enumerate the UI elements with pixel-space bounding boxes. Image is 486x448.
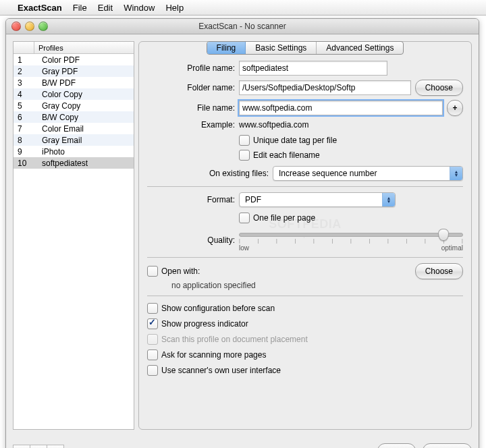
unique-date-label: Unique date tag per file: [253, 136, 337, 145]
one-file-label: One file per page: [253, 213, 315, 223]
profile-row[interactable]: 2Gray PDF: [14, 65, 134, 77]
profile-row-number: 10: [14, 159, 38, 168]
scan-on-placement-label: Scan this profile on document placement: [161, 335, 308, 344]
folder-name-input[interactable]: [239, 80, 411, 95]
open-with-checkbox[interactable]: [147, 266, 158, 277]
show-config-checkbox[interactable]: [147, 303, 158, 314]
profile-row[interactable]: 9iPhoto: [14, 146, 134, 157]
profile-row-name: iPhoto: [38, 147, 134, 157]
profile-row-name: Color Email: [38, 124, 134, 134]
scan-on-placement-checkbox: [147, 334, 158, 345]
profile-row-name: B/W Copy: [38, 113, 134, 122]
edit-filename-checkbox[interactable]: [239, 150, 250, 161]
show-progress-label: Show progress indicator: [161, 319, 248, 329]
add-profile-button[interactable]: +: [13, 445, 30, 448]
profiles-header[interactable]: Profiles: [14, 42, 134, 54]
profile-row-number: 1: [14, 55, 38, 65]
menu-file[interactable]: File: [73, 3, 87, 13]
profile-name-label: Profile name:: [147, 63, 235, 73]
on-existing-value: Increase sequence number: [279, 169, 377, 178]
menu-window[interactable]: Window: [124, 3, 155, 13]
open-with-value: no application specified: [147, 281, 463, 290]
profile-row-name: Color PDF: [38, 55, 134, 65]
choose-app-button[interactable]: Choose: [415, 263, 463, 279]
scan-button[interactable]: Scan: [377, 443, 416, 448]
format-popup[interactable]: PDF ▲▼: [239, 192, 396, 207]
file-name-input[interactable]: [239, 101, 443, 115]
profiles-header-label: Profiles: [34, 42, 134, 53]
profile-row-name: Gray Copy: [38, 101, 134, 111]
settings-tabbox: SOFTPEDIA www.softpedia.com Filing Basic…: [138, 41, 472, 430]
profile-row-name: softpediatest: [38, 159, 134, 168]
profile-row-number: 4: [14, 90, 38, 99]
profile-row[interactable]: 6B/W Copy: [14, 111, 134, 123]
profile-row-number: 2: [14, 67, 38, 76]
ask-more-pages-checkbox[interactable]: [147, 349, 158, 360]
file-name-label: File name:: [147, 103, 235, 113]
open-with-label: Open with:: [161, 267, 200, 276]
unique-date-checkbox[interactable]: [239, 135, 250, 146]
format-label: Format:: [147, 195, 235, 204]
chevron-updown-icon: ▲▼: [382, 193, 395, 206]
show-config-label: Show configuration before scan: [161, 304, 275, 313]
profile-row-number: 5: [14, 101, 38, 111]
zoom-icon[interactable]: [38, 22, 48, 31]
quality-optimal-label: optimal: [441, 244, 463, 252]
profile-row-number: 7: [14, 124, 38, 134]
close-icon[interactable]: [11, 22, 21, 31]
profile-row-number: 6: [14, 113, 38, 122]
app-window: ExactScan - No scanner Profiles 1Color P…: [5, 18, 479, 448]
app-menu[interactable]: ExactScan: [18, 3, 62, 13]
profile-row[interactable]: 3B/W PDF: [14, 77, 134, 88]
quality-low-label: low: [239, 244, 249, 252]
chevron-updown-icon: ▲▼: [450, 167, 462, 180]
profiles-list[interactable]: Profiles 1Color PDF2Gray PDF3B/W PDF4Col…: [13, 41, 134, 430]
minimize-icon[interactable]: [25, 22, 34, 31]
profile-row-number: 8: [14, 136, 38, 145]
show-progress-checkbox[interactable]: [147, 318, 158, 329]
choose-folder-button[interactable]: Choose: [415, 80, 463, 96]
use-scanner-ui-checkbox[interactable]: [147, 365, 158, 376]
menu-help[interactable]: Help: [165, 3, 184, 13]
remove-profile-button[interactable]: −: [30, 445, 47, 448]
menubar: ExactScan File Edit Window Help: [0, 0, 486, 16]
tab-filing[interactable]: Filing: [207, 42, 246, 54]
quality-label: Quality:: [147, 235, 235, 245]
profile-row[interactable]: 7Color Email: [14, 123, 134, 134]
preview-button[interactable]: Preview: [423, 443, 472, 448]
example-label: Example:: [147, 120, 235, 130]
profile-row-name: Gray Email: [38, 136, 134, 145]
one-file-checkbox[interactable]: [239, 213, 250, 223]
menu-edit[interactable]: Edit: [98, 3, 113, 13]
profile-row-name: Color Copy: [38, 90, 134, 99]
quality-slider[interactable]: [239, 233, 463, 237]
use-scanner-ui-label: Use scanner's own user interface: [161, 366, 281, 375]
profile-settings-button[interactable]: ▼: [47, 445, 64, 448]
tab-basic-settings[interactable]: Basic Settings: [246, 42, 317, 54]
profile-row[interactable]: 4Color Copy: [14, 88, 134, 100]
titlebar[interactable]: ExactScan - No scanner: [6, 19, 479, 34]
profile-row-name: B/W PDF: [38, 78, 134, 88]
on-existing-popup[interactable]: Increase sequence number ▲▼: [273, 166, 463, 181]
tabs: Filing Basic Settings Advanced Settings: [207, 41, 404, 55]
ask-more-pages-label: Ask for scanning more pages: [161, 350, 266, 360]
profile-row-number: 3: [14, 78, 38, 88]
profile-name-input[interactable]: [239, 61, 387, 76]
profile-row[interactable]: 8Gray Email: [14, 134, 134, 146]
example-value: www.softpedia.com: [239, 120, 308, 130]
format-value: PDF: [245, 195, 261, 204]
edit-filename-label: Edit each filename: [253, 150, 320, 160]
add-token-button[interactable]: +: [447, 100, 463, 116]
profile-row[interactable]: 5Gray Copy: [14, 100, 134, 111]
profile-row-number: 9: [14, 147, 38, 157]
folder-name-label: Folder name:: [147, 83, 235, 92]
profile-row[interactable]: 10softpediatest: [14, 157, 134, 169]
tab-advanced-settings[interactable]: Advanced Settings: [317, 42, 403, 54]
profile-row-name: Gray PDF: [38, 67, 134, 76]
window-title: ExactScan - No scanner: [6, 22, 479, 31]
profile-row[interactable]: 1Color PDF: [14, 54, 134, 65]
on-existing-label: On existing files:: [147, 169, 269, 178]
